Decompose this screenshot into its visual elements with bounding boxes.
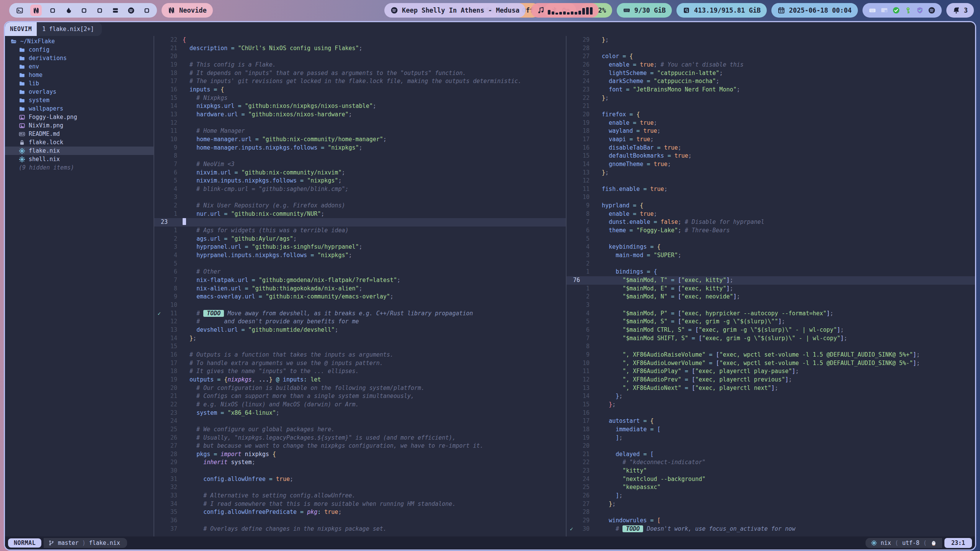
code-line[interactable]: 17 autostart = { bbox=[567, 417, 975, 425]
tray-item-screenshot[interactable] bbox=[880, 7, 888, 14]
git-section[interactable]: master ) flake.nix bbox=[44, 538, 127, 548]
code-line[interactable]: 1 nur.url = "github:nix-community/NUR"; bbox=[154, 210, 566, 218]
tree-item-env[interactable]: env bbox=[5, 62, 154, 71]
code-line[interactable]: 12 # and doesn't provide any benefits fo… bbox=[154, 318, 566, 326]
code-line[interactable]: 7 dunst.enable = false; # Disable for hy… bbox=[567, 218, 975, 227]
code-line[interactable]: 23 bbox=[154, 218, 566, 227]
workspace-flame[interactable] bbox=[63, 5, 73, 15]
tray-item-spotify[interactable] bbox=[928, 7, 936, 14]
code-line[interactable]: 21 # Configs can support more than a sin… bbox=[154, 392, 566, 401]
tree-item-wallpapers[interactable]: wallpapers bbox=[5, 104, 154, 113]
code-line[interactable]: 2 "$mainMod, N" = ["exec, neovide"]; bbox=[567, 293, 975, 301]
tray-item-keyboard[interactable] bbox=[869, 7, 876, 14]
code-line[interactable]: 9 home-manager.inputs.nixpkgs.follows = … bbox=[154, 144, 566, 152]
notifications-module[interactable]: 3 bbox=[946, 3, 974, 18]
code-line[interactable]: 28 bbox=[567, 508, 975, 517]
tree-item-home[interactable]: home bbox=[5, 71, 154, 79]
code-line[interactable]: 29 }; bbox=[567, 36, 975, 44]
code-line[interactable]: 17 vaapi = true; bbox=[567, 135, 975, 144]
disk-module[interactable]: 413.19/915.81 GiB bbox=[676, 3, 767, 18]
code-line[interactable]: 6 # Other bbox=[154, 268, 566, 276]
workspace-stack[interactable] bbox=[110, 5, 120, 15]
code-line[interactable]: 31 config.allowUnfree = true; bbox=[154, 475, 566, 484]
code-line[interactable]: 20 firefox = { bbox=[567, 111, 975, 119]
code-line[interactable]: 27 }; bbox=[567, 500, 975, 509]
code-line[interactable]: 19 # This config is a Flake. bbox=[154, 61, 566, 69]
workspaces-module[interactable] bbox=[9, 3, 157, 18]
code-line[interactable]: 18 immediate = [ bbox=[567, 425, 975, 434]
editor-pane-right[interactable]: 29 };2827 color = {26 enable = true; # Y… bbox=[567, 36, 975, 536]
workspace-spotify[interactable] bbox=[126, 5, 136, 15]
code-line[interactable]: 10 ", XF86AudioLowerVolume" = ["exec, wp… bbox=[567, 359, 975, 368]
code-line[interactable]: 26 # Usually, "nixpkgs.legacyPackages.${… bbox=[154, 434, 566, 442]
code-line[interactable]: 9 ", XF86AudioRaiseVolume" = ["exec, wpc… bbox=[567, 351, 975, 359]
code-line[interactable]: 14 gnomeTheme = true; bbox=[567, 160, 975, 169]
code-line[interactable]: 15 }; bbox=[567, 401, 975, 409]
memory-module[interactable]: 9/30 GiB bbox=[617, 3, 672, 18]
tree-item-overlays[interactable]: overlays bbox=[5, 88, 154, 96]
code-line[interactable]: 16 # Outputs is a function that takes th… bbox=[154, 351, 566, 359]
code-line[interactable]: 17 # The inputs' git revisions get locke… bbox=[154, 77, 566, 86]
code-line[interactable]: 8 nix-alien.url = "github:thiagokokada/n… bbox=[154, 285, 566, 293]
tree-item-shell.nix[interactable]: shell.nix bbox=[5, 155, 154, 163]
code-line[interactable]: 12 bbox=[154, 119, 566, 127]
workspace-empty[interactable] bbox=[142, 5, 152, 15]
code-line[interactable]: 7 nix-flatpak.url = "github:gmodena/nix-… bbox=[154, 276, 566, 285]
tree-item-foggy-lake.png[interactable]: Foggy-Lake.png bbox=[5, 113, 154, 121]
code-line[interactable]: 11 # Home Manager bbox=[154, 127, 566, 135]
code-line[interactable]: 4 keybindings = { bbox=[567, 243, 975, 251]
code-line[interactable]: 7 "$mainMod SHIFT, S" = ["exec, grim -g … bbox=[567, 334, 975, 343]
tray-item-updates-check[interactable] bbox=[892, 7, 900, 14]
code-line[interactable]: 33 # Alternative to setting config.allow… bbox=[154, 492, 566, 500]
code-line[interactable]: 14 }; bbox=[567, 392, 975, 401]
code-line[interactable]: 14 }; bbox=[154, 334, 566, 343]
code-line[interactable]: 15 defaultBookmarks = true; bbox=[567, 152, 975, 160]
tree-item-lib[interactable]: lib bbox=[5, 79, 154, 88]
code-line[interactable]: 15 # Nixpkgs bbox=[154, 94, 566, 103]
code-line[interactable]: 21 bbox=[567, 102, 975, 111]
code-line[interactable]: 36 bbox=[154, 517, 566, 525]
tree-item-nixvim.png[interactable]: NixVim.png bbox=[5, 121, 154, 130]
code-line[interactable]: 1 # Ags for widgets (this was a terrible… bbox=[154, 227, 566, 235]
code-line[interactable]: 11 ", XF86AudioPlay" = ["exec, playerctl… bbox=[567, 367, 975, 376]
code-line[interactable]: 9 hyprland = { bbox=[567, 202, 975, 210]
code-line[interactable]: 3 hyprpanel.url = "github:jas-singhfsu/h… bbox=[154, 243, 566, 251]
code-line[interactable]: 5 nixvim.inputs.nixpkgs.follows = "nixpk… bbox=[154, 177, 566, 185]
code-line[interactable]: 10 bbox=[567, 193, 975, 202]
clock-module[interactable]: 2025-06-18 00:04 bbox=[771, 3, 858, 18]
code-line[interactable]: 28 pkgs = import nixpkgs { bbox=[154, 450, 566, 459]
code-line[interactable]: 8 bbox=[567, 342, 975, 351]
code-line[interactable]: 9 emacs-overlay.url = "github:nix-commun… bbox=[154, 293, 566, 301]
code-line[interactable]: 37 # Overlays define changes in the nixp… bbox=[154, 525, 566, 533]
code-line[interactable]: 6 "$mainMod CTRL, S" = ["exec, grim -g \… bbox=[567, 326, 975, 334]
code-line[interactable]: 27 color = { bbox=[567, 52, 975, 61]
code-line[interactable]: 4 "$mainMod, P" = ["exec, hyprpicker --a… bbox=[567, 310, 975, 318]
code-line[interactable]: 8 enable = true; bbox=[567, 210, 975, 218]
code-line[interactable]: 28 bbox=[567, 44, 975, 53]
code-line[interactable]: 35 config.allowUnfreePredicate = pkg: tr… bbox=[154, 508, 566, 517]
code-line[interactable]: 24 "nextcloud --background" bbox=[567, 475, 975, 484]
code-line[interactable]: 25 lightScheme = "catppuccin-latte"; bbox=[567, 69, 975, 78]
buffer-tab[interactable]: 1 flake.nix[2+] bbox=[37, 22, 101, 36]
code-line[interactable]: 16 disableTabBar = true; bbox=[567, 144, 975, 152]
tray-item-keepassxc-key[interactable] bbox=[904, 7, 912, 14]
code-line[interactable]: 27 # but because we want to change the n… bbox=[154, 442, 566, 450]
code-line[interactable]: 3 bbox=[567, 301, 975, 310]
code-line[interactable]: 22{ bbox=[154, 36, 566, 44]
code-line[interactable]: 1 "$mainMod, E" = ["exec, kitty"]; bbox=[567, 285, 975, 293]
code-line[interactable]: 10 bbox=[154, 301, 566, 310]
code-line[interactable]: 21 description = "ChUrl's NixOS config u… bbox=[154, 44, 566, 53]
code-line[interactable]: 6 nixvim.url = "github:nix-community/nix… bbox=[154, 169, 566, 177]
code-line[interactable]: 13 ", XF86AudioNext" = ["exec, playerctl… bbox=[567, 384, 975, 393]
code-line[interactable]: 16 inputs = { bbox=[154, 86, 566, 94]
workspace-empty[interactable] bbox=[47, 5, 57, 15]
code-line[interactable]: 18 wayland = true; bbox=[567, 127, 975, 135]
code-line[interactable]: 4 hyprpanel.inputs.nixpkgs.follows = "ni… bbox=[154, 251, 566, 260]
code-line[interactable]: ✓30 # TODO Doesn't work, use focus_on_ac… bbox=[567, 525, 975, 533]
code-line[interactable]: 23 font = "JetBrainsMono Nerd Font Mono"… bbox=[567, 86, 975, 94]
workspace-empty[interactable] bbox=[79, 5, 89, 15]
code-line[interactable]: 22 }; bbox=[567, 94, 975, 103]
code-line[interactable]: 12 ", XF86AudioPrev" = ["exec, playerctl… bbox=[567, 376, 975, 384]
code-line[interactable]: 3 bbox=[154, 193, 566, 202]
code-line[interactable]: 13 }; bbox=[567, 169, 975, 177]
